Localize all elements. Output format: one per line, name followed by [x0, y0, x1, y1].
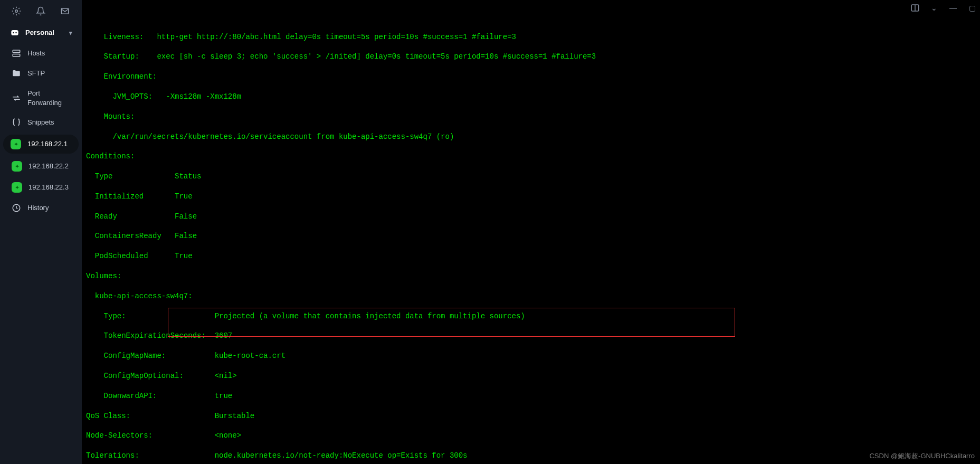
terminal-line: Mounts: — [86, 112, 976, 122]
host-label: 192.168.22.3 — [28, 183, 69, 192]
terminal-line: /var/run/secrets/kubernetes.io/serviceac… — [86, 132, 976, 142]
host-tab-2[interactable]: ✦ 192.168.22.2 — [0, 156, 82, 177]
braces-icon — [12, 118, 21, 127]
terminal-line: JVM_OPTS: -Xms128m -Xmx128m — [86, 92, 976, 102]
workspace-selector[interactable]: Personal ▾ — [0, 22, 82, 43]
host-label: 192.168.22.1 — [27, 139, 68, 149]
terminal-line: Ready False — [86, 212, 976, 222]
arrows-icon — [12, 93, 21, 103]
terminal-line: ConfigMapName: kube-root-ca.crt — [86, 351, 976, 361]
terminal-line: Node-Selectors: <none> — [86, 431, 976, 441]
chevron-down-icon[interactable]: ⌄ — [929, 3, 939, 13]
nav-label: History — [27, 203, 49, 213]
minimize-icon[interactable]: — — [948, 3, 958, 13]
svg-rect-5 — [13, 50, 20, 53]
nav-portforwarding[interactable]: Port Forwarding — [0, 83, 82, 112]
nav-label: SFTP — [27, 69, 45, 78]
terminal-line: Tolerations: node.kubernetes.io/not-read… — [86, 451, 976, 461]
host-status-icon: ✦ — [11, 139, 21, 149]
svg-point-0 — [15, 10, 18, 13]
terminal-line: ContainersReady False — [86, 231, 976, 241]
terminal-line: Startup: exec [sh -c sleep 3; echo 'succ… — [86, 52, 976, 62]
window-controls: ⌄ — ▢ — [910, 3, 977, 13]
nav-label: Port Forwarding — [27, 89, 72, 107]
terminal-line: TokenExpirationSeconds: 3607 — [86, 331, 976, 341]
terminal-line: Liveness: http-get http://:80/abc.html d… — [86, 32, 976, 42]
host-tab-1[interactable]: ✦ 192.168.22.1 — [3, 135, 79, 154]
terminal-line: QoS Class: Burstable — [86, 411, 976, 421]
terminal-line: Environment: — [86, 72, 976, 82]
svg-rect-6 — [13, 54, 20, 57]
workspace-icon — [9, 27, 20, 38]
mail-icon[interactable] — [60, 6, 70, 16]
chevron-down-icon: ▾ — [69, 29, 72, 37]
svg-rect-2 — [11, 30, 18, 35]
nav-label: Hosts — [27, 49, 45, 58]
maximize-icon[interactable]: ▢ — [967, 3, 977, 13]
terminal-line: Volumes: — [86, 271, 976, 281]
terminal-line: PodScheduled True — [86, 251, 976, 261]
sidebar-sys-icons — [0, 4, 82, 22]
nav-label: Snippets — [27, 118, 54, 127]
host-status-icon: ✦ — [12, 182, 22, 193]
clock-icon — [12, 203, 21, 213]
bell-icon[interactable] — [36, 6, 45, 16]
folder-icon — [12, 69, 21, 78]
svg-point-3 — [13, 32, 14, 34]
host-tab-3[interactable]: ✦ 192.168.22.3 — [0, 177, 82, 198]
terminal-line: Conditions: — [86, 151, 976, 162]
terminal-line: kube-api-access-sw4q7: — [86, 291, 976, 301]
sidebar: Personal ▾ Hosts SFTP Port Forwarding Sn… — [0, 0, 82, 464]
split-icon[interactable] — [910, 3, 920, 13]
host-label: 192.168.22.2 — [28, 162, 69, 171]
terminal-pane[interactable]: ⌄ — ▢ Liveness: http-get http://:80/abc.… — [82, 0, 980, 464]
nav-sftp[interactable]: SFTP — [0, 63, 82, 83]
svg-point-4 — [15, 32, 17, 34]
hosts-icon — [12, 49, 21, 58]
terminal-line: DownwardAPI: true — [86, 391, 976, 401]
terminal-line: Initialized True — [86, 192, 976, 202]
terminal-line: ConfigMapOptional: <nil> — [86, 371, 976, 381]
nav-hosts[interactable]: Hosts — [0, 43, 82, 63]
nav-snippets[interactable]: Snippets — [0, 112, 82, 132]
settings-icon[interactable] — [12, 6, 21, 16]
terminal-line: Type Status — [86, 172, 976, 182]
terminal-line: Type: Projected (a volume that contains … — [86, 311, 976, 321]
watermark: CSDN @鲍海超-GNUBHCkalitarro — [869, 451, 975, 461]
host-status-icon: ✦ — [12, 161, 22, 172]
nav-history[interactable]: History — [0, 198, 82, 218]
workspace-label: Personal — [25, 28, 54, 37]
